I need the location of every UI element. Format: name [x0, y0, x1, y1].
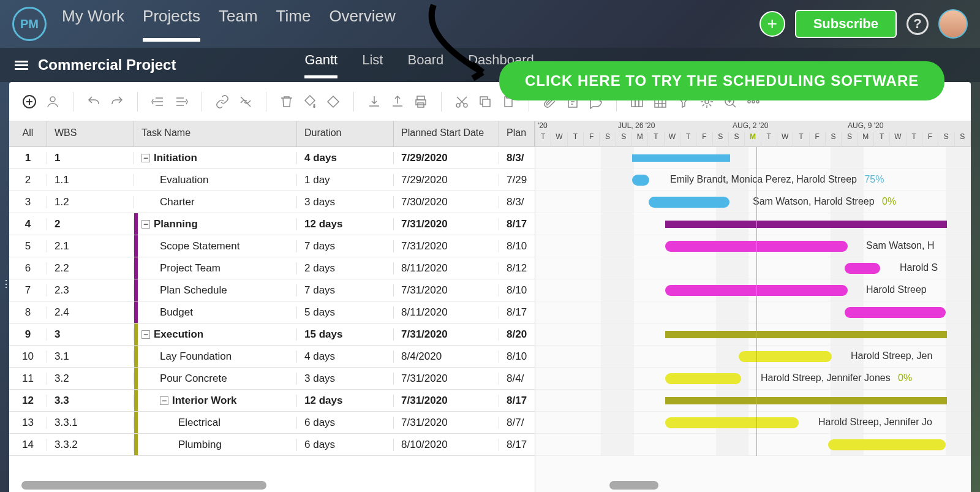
day-label: T	[761, 132, 777, 147]
table-row[interactable]: 113.2Pour Concrete3 days7/31/20208/4/	[9, 368, 535, 390]
gantt-chart[interactable]: '20 JUL, 26 '20AUG, 2 '20AUG, 9 '20 TWTF…	[535, 121, 971, 492]
add-button[interactable]: +	[760, 11, 785, 37]
copy-icon[interactable]	[476, 93, 494, 111]
collapse-icon[interactable]: −	[160, 396, 168, 405]
gantt-bar[interactable]	[632, 175, 649, 186]
gantt-bar[interactable]	[665, 331, 947, 338]
gantt-row[interactable]	[535, 301, 971, 324]
col-all[interactable]: All	[9, 121, 47, 146]
help-icon[interactable]: ?	[907, 13, 929, 35]
table-scrollbar[interactable]	[21, 481, 266, 490]
gantt-scrollbar[interactable]	[609, 481, 658, 490]
gantt-bar-label: Sam Watson, Harold Streep 0%	[753, 196, 896, 207]
gantt-bar[interactable]	[845, 307, 946, 318]
cta-banner[interactable]: CLICK HERE TO TRY THE SCHEDULING SOFTWAR…	[499, 61, 944, 100]
table-header: All WBS Task Name Duration Planned Start…	[9, 121, 535, 147]
gantt-row[interactable]: Sam Watson, H	[535, 235, 971, 257]
col-end-date[interactable]: Plan	[499, 121, 535, 146]
menu-icon[interactable]	[15, 59, 28, 72]
table-row[interactable]: 82.4Budget5 days8/11/20208/17	[9, 301, 535, 324]
tab-gantt[interactable]: Gantt	[304, 52, 337, 78]
nav-my-work[interactable]: My Work	[62, 7, 124, 42]
assign-icon[interactable]	[43, 93, 62, 111]
undo-icon[interactable]	[85, 93, 103, 111]
day-label: S	[713, 132, 729, 147]
gantt-row[interactable]: Harold Streep	[535, 279, 971, 301]
add-task-icon[interactable]	[20, 93, 39, 111]
fill-icon[interactable]	[301, 93, 319, 111]
today-line	[756, 147, 757, 456]
gantt-row[interactable]: Emily Brandt, Monica Perez, Harold Stree…	[535, 169, 971, 191]
day-label: W	[551, 132, 567, 147]
cut-icon[interactable]	[453, 93, 471, 111]
col-task-name[interactable]: Task Name	[134, 121, 297, 146]
delete-icon[interactable]	[277, 93, 296, 111]
gantt-bar[interactable]	[828, 439, 946, 450]
indent-icon[interactable]	[172, 93, 190, 111]
unlink-icon[interactable]	[236, 93, 255, 111]
tab-list[interactable]: List	[362, 52, 383, 78]
gantt-row[interactable]	[535, 213, 971, 235]
gantt-bar[interactable]	[665, 397, 947, 404]
svg-point-3	[50, 97, 55, 102]
table-row[interactable]: 72.3Plan Schedule7 days7/31/20208/10	[9, 279, 535, 301]
milestone-icon[interactable]	[324, 93, 342, 111]
side-drag-handle[interactable]	[0, 276, 7, 294]
nav-time[interactable]: Time	[276, 7, 311, 42]
gantt-bar[interactable]	[665, 373, 741, 384]
gantt-bar-label: Emily Brandt, Monica Perez, Harold Stree…	[670, 174, 884, 185]
tab-board[interactable]: Board	[407, 52, 443, 78]
gantt-bar-label: Harold S	[900, 262, 938, 273]
table-row[interactable]: 103.1Lay Foundation4 days8/4/20208/10	[9, 346, 535, 368]
main-content: All WBS Task Name Duration Planned Start…	[9, 82, 971, 492]
table-row[interactable]: 93−Execution15 days7/31/20208/20	[9, 324, 535, 346]
gantt-row[interactable]	[535, 147, 971, 169]
table-row[interactable]: 11−Initiation4 days7/29/20208/3/	[9, 147, 535, 169]
table-row[interactable]: 52.1Scope Statement7 days7/31/20208/10	[9, 235, 535, 257]
redo-icon[interactable]	[108, 93, 126, 111]
table-row[interactable]: 42−Planning12 days7/31/20208/17	[9, 213, 535, 235]
app-logo[interactable]: PM	[12, 7, 47, 41]
collapse-icon[interactable]: −	[141, 154, 150, 162]
gantt-row[interactable]	[535, 434, 971, 456]
link-icon[interactable]	[213, 93, 232, 111]
gantt-bar[interactable]	[665, 417, 799, 428]
table-row[interactable]: 31.2Charter3 days7/30/20208/3/	[9, 191, 535, 213]
gantt-bar-label: Harold Streep, Jennifer Jones 0%	[761, 373, 912, 384]
import-icon[interactable]	[365, 93, 383, 111]
print-icon[interactable]	[412, 93, 430, 111]
col-start-date[interactable]: Planned Start Date	[394, 121, 499, 146]
gantt-row[interactable]: Harold Streep, Jennifer Jo	[535, 412, 971, 434]
nav-team[interactable]: Team	[219, 7, 258, 42]
day-label: F	[922, 132, 938, 147]
gantt-row[interactable]	[535, 390, 971, 412]
nav-overview[interactable]: Overview	[329, 7, 395, 42]
gantt-row[interactable]: Harold Streep, Jen	[535, 346, 971, 368]
gantt-row[interactable]: Harold Streep, Jennifer Jones 0%	[535, 368, 971, 390]
table-row[interactable]: 133.3.1Electrical6 days7/31/20208/7/	[9, 412, 535, 434]
gantt-day-row: TWTFSSMTWTFSSMTWTFSSMTWTFSS	[535, 132, 971, 147]
collapse-icon[interactable]: −	[141, 220, 150, 229]
table-row[interactable]: 21.1Evaluation1 day7/29/20207/29	[9, 169, 535, 191]
gantt-bar[interactable]	[632, 154, 730, 162]
gantt-bar[interactable]	[649, 197, 729, 208]
gantt-bar[interactable]	[845, 263, 880, 274]
col-wbs[interactable]: WBS	[47, 121, 134, 146]
col-duration[interactable]: Duration	[297, 121, 394, 146]
gantt-row[interactable]: Harold S	[535, 257, 971, 279]
nav-projects[interactable]: Projects	[143, 7, 200, 42]
day-label: S	[616, 132, 632, 147]
table-row[interactable]: 123.3−Interior Work12 days7/31/20208/17	[9, 390, 535, 412]
year-label: '20	[538, 121, 548, 130]
table-row[interactable]: 143.3.2Plumbing6 days8/10/20208/17	[9, 434, 535, 456]
outdent-icon[interactable]	[149, 93, 167, 111]
table-row[interactable]: 62.2Project Team2 days8/11/20208/12	[9, 257, 535, 279]
gantt-bar[interactable]	[665, 221, 947, 228]
export-icon[interactable]	[388, 93, 407, 111]
gantt-bar[interactable]	[739, 351, 832, 362]
user-avatar[interactable]	[938, 9, 968, 39]
collapse-icon[interactable]: −	[141, 330, 150, 339]
gantt-row[interactable]	[535, 324, 971, 346]
subscribe-button[interactable]: Subscribe	[795, 10, 897, 38]
gantt-row[interactable]: Sam Watson, Harold Streep 0%	[535, 191, 971, 213]
